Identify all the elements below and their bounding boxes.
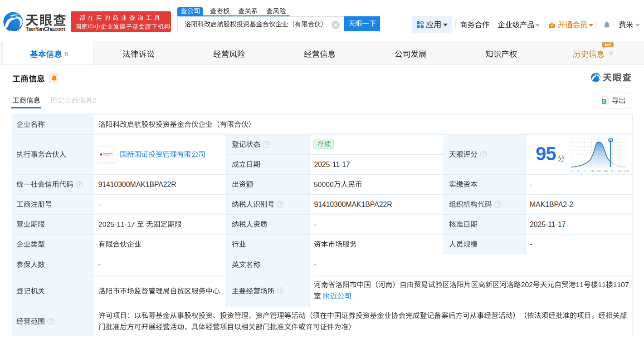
- svg-text:15: 15: [590, 169, 594, 172]
- svg-text:?: ?: [49, 319, 52, 324]
- svg-text:VIP: VIP: [605, 43, 611, 47]
- svg-text:100: 100: [624, 169, 629, 172]
- svg-text:?: ?: [279, 288, 282, 293]
- svg-text:?: ?: [78, 182, 81, 187]
- svg-text:?: ?: [265, 142, 268, 147]
- svg-text:?: ?: [482, 152, 485, 157]
- svg-text:?: ?: [610, 51, 612, 55]
- svg-text:0: 0: [571, 169, 572, 172]
- svg-text:50: 50: [597, 169, 601, 172]
- svg-text:97: 97: [611, 169, 615, 172]
- svg-text:99: 99: [618, 169, 621, 172]
- svg-text:?: ?: [279, 202, 282, 207]
- svg-text:?: ?: [497, 202, 499, 207]
- svg-text:85: 85: [604, 169, 608, 172]
- svg-text:3: 3: [584, 169, 586, 172]
- svg-text:1: 1: [577, 169, 579, 172]
